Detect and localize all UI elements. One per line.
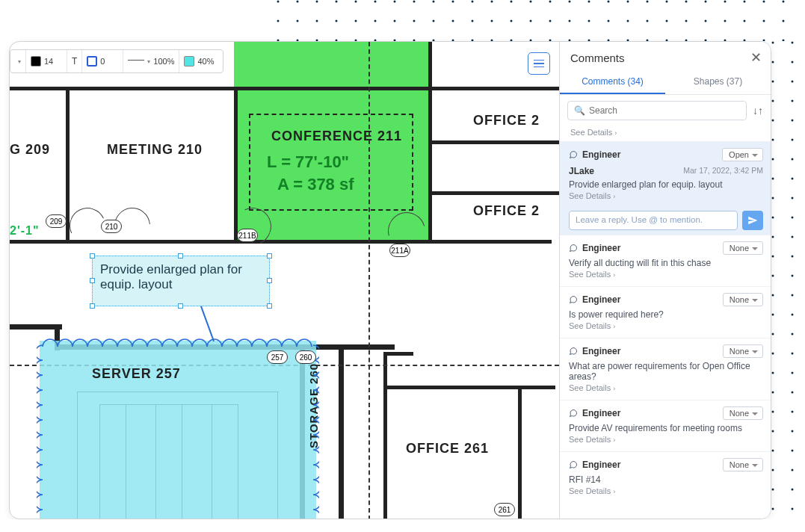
stroke-row[interactable]: 0 [82,50,123,72]
comment-bubble-icon [569,409,578,418]
see-details-link[interactable]: See Details› [569,320,763,335]
decorative-dots [277,0,800,41]
door-tag-209: 209 [46,214,67,228]
door-tag-211b: 211B [237,229,258,242]
comment-bubble-icon [569,150,578,159]
tab-shapes[interactable]: Shapes (37) [665,70,771,94]
comment-date: Mar 17, 2022, 3:42 PM [683,166,763,176]
close-icon[interactable]: ✕ [750,49,762,66]
status-dropdown[interactable]: None [723,458,763,471]
status-dropdown[interactable]: None [723,241,763,255]
comment-body: RFI #14 [569,474,763,485]
see-details-link[interactable]: See Details› [560,126,771,141]
search-input[interactable] [589,105,740,116]
fill-row[interactable]: 40% [179,50,220,72]
app-window: ▾ 14 T 0 ▾ 100% 40% [9,41,771,519]
see-details-link[interactable]: See Details› [569,433,763,448]
room-label-office-upper: OFFICE 2 [473,113,540,129]
door-tag-260: 260 [295,350,316,364]
formatting-toolbar: ▾ 14 T 0 ▾ 100% 40% [10,49,223,73]
door-tag-257: 257 [267,350,288,364]
comment-bubble-icon [569,295,578,304]
status-dropdown[interactable]: None [723,293,763,306]
comment-body: What are power requirements for Open Off… [569,361,763,382]
door-tag-211a: 211A [389,244,410,257]
search-input-wrapper[interactable]: 🔍 [567,101,747,120]
sort-icon[interactable]: ↓↑ [753,105,763,117]
drawing-canvas[interactable]: ▾ 14 T 0 ▾ 100% 40% [10,42,559,519]
comment-bubble-icon [569,347,578,356]
door-tag-210: 210 [101,220,122,233]
room-label-storage260: STORAGE 260 [307,363,320,448]
send-button[interactable] [742,211,763,230]
see-details-link[interactable]: See Details› [569,382,763,397]
panel-title: Comments [570,52,625,64]
comment-body: Verify all ducting will fit in this chas… [569,258,763,268]
fill-color-swatch[interactable] [184,56,194,66]
hamburger-menu-button[interactable] [528,52,550,75]
decorative-dots-side [771,41,805,519]
stroke-color-swatch[interactable] [87,56,97,66]
panel-tabs: Comments (34) Shapes (37) [560,70,771,95]
line-style-picker[interactable]: ▾ 100% [123,50,179,72]
measurement-area: A = 378 sf [277,175,354,194]
comment-role: Engineer [582,149,620,160]
search-icon: 🔍 [574,105,585,116]
status-dropdown[interactable]: None [723,344,763,358]
measurement-length: L = 77'-10" [267,152,349,172]
room-label-office261: OFFICE 261 [406,441,489,457]
status-dropdown[interactable]: None [723,406,763,420]
comment-author: JLake [569,166,594,176]
comment-bubble-icon [569,460,578,469]
see-details-link[interactable]: See Details› [569,485,763,500]
comment-body: Provide AV requirements for meeting room… [569,423,763,433]
room-label-g209: G 209 [10,142,50,158]
floor-plan: CONFERENCE 211 L = 77'-10" A = 378 sf [10,42,559,519]
text-tool[interactable]: T [67,50,82,72]
see-details-link[interactable]: See Details› [569,268,763,283]
comment-item[interactable]: Engineer None RFI #14 See Details› [560,451,771,503]
status-dropdown[interactable]: Open [722,148,763,161]
comment-item[interactable]: Engineer None What are power requirement… [560,338,771,400]
reply-input[interactable]: Leave a reply. Use @ to mention. [569,211,738,230]
door-tag-261: 261 [494,503,515,516]
svg-rect-2 [771,41,805,519]
callout-leader-line [200,306,215,341]
comment-item-active[interactable]: Engineer Open JLake Mar 17, 2022, 3:42 P… [560,141,771,235]
callout-text: Provide enlarged plan for equip. layout [100,262,242,291]
callout-annotation[interactable]: Provide enlarged plan for equip. layout [92,256,270,306]
comment-item[interactable]: Engineer None Verify all ducting will fi… [560,235,771,286]
room-label-office-lower: OFFICE 2 [473,203,540,219]
see-details-link[interactable]: See Details› [569,190,763,205]
tab-comments[interactable]: Comments (34) [560,70,665,94]
comment-body: Provide enlarged plan for equip. layout [569,179,763,190]
send-icon [747,215,758,226]
comment-item[interactable]: Engineer None Is power required here? Se… [560,286,771,338]
room-label-server257: SERVER 257 [92,366,181,382]
dimension-small: 2'-1" [10,224,40,238]
comment-body: Is power required here? [569,309,763,320]
room-label-meeting210: MEETING 210 [107,142,203,158]
font-dropdown[interactable]: ▾ [13,50,26,72]
comments-panel: Comments ✕ Comments (34) Shapes (37) 🔍 ↓… [559,42,771,519]
comment-bubble-icon [569,244,578,253]
room-label-conference: CONFERENCE 211 [271,129,402,144]
text-color-picker[interactable]: 14 [26,50,67,72]
comment-item[interactable]: Engineer None Provide AV requirements fo… [560,400,771,451]
svg-rect-1 [277,0,800,41]
